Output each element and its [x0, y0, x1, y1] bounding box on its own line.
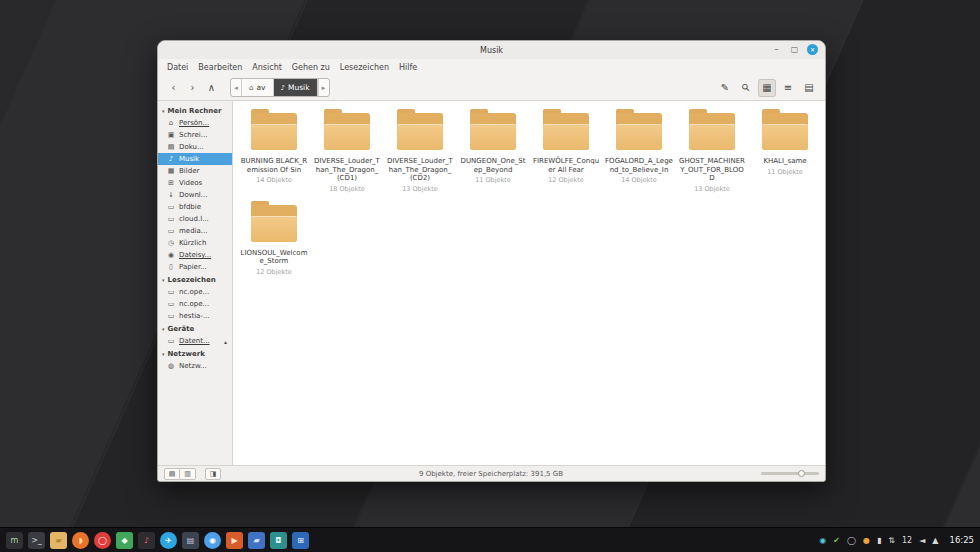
maximize-button[interactable]: ▢ [789, 44, 800, 55]
files-launcher[interactable]: ▰ [50, 532, 67, 549]
breadcrumb-scroll-right-icon[interactable]: ▸ [318, 79, 329, 96]
icon-view-icon[interactable]: ▦ [758, 79, 776, 97]
titlebar[interactable]: Musik – ▢ ✕ [158, 41, 825, 59]
sidebar-item[interactable]: ▭nc.ope... [158, 298, 232, 310]
sidebar-item[interactable]: ▭bfdbie [158, 201, 232, 213]
breadcrumb-segment[interactable]: ⌂av [242, 79, 274, 96]
zoom-knob[interactable] [798, 470, 805, 477]
sidebar-item[interactable]: ▣Schrei... [158, 129, 232, 141]
sidebar-section-header[interactable]: ▾Lesezeichen [158, 273, 232, 286]
folder-item[interactable]: DIVERSE_Louder_Than_The_Dragon_(CD1)18 O… [311, 113, 383, 193]
folder-icon [251, 205, 297, 242]
chromium-launcher[interactable]: ◉ [204, 532, 221, 549]
minimize-button[interactable]: – [771, 44, 782, 55]
sidebar-item[interactable]: ◷Kürzlich [158, 237, 232, 249]
sidebar-item-icon: ▤ [167, 143, 175, 151]
sidebar-section-header[interactable]: ▾Geräte [158, 322, 232, 335]
zoom-slider[interactable] [761, 469, 819, 479]
battery-icon[interactable]: ▮ [877, 536, 881, 545]
folder-view[interactable]: BURNING BLACK_Remission Of Sin14 Objekte… [233, 101, 825, 465]
sidebar-section-header[interactable]: ▾Mein Rechner [158, 104, 232, 117]
sidebar-item[interactable]: ▭media... [158, 225, 232, 237]
breadcrumb-segment[interactable]: ♪Musik [274, 79, 318, 96]
breadcrumb-scroll-left-icon[interactable]: ◂ [231, 79, 242, 96]
folder-count: 11 Objekte [475, 176, 511, 184]
desktop[interactable]: Musik – ▢ ✕ DateiBearbeitenAnsichtGehen … [0, 0, 980, 552]
edit-location-icon[interactable]: ✎ [716, 79, 734, 97]
network-icon[interactable]: ▲ [932, 536, 938, 545]
search-icon[interactable]: ⚲ [737, 79, 755, 97]
menubar-item[interactable]: Datei [162, 63, 193, 72]
sidebar-item-label: media... [179, 227, 207, 235]
close-button[interactable]: ✕ [807, 44, 818, 55]
window-controls: – ▢ ✕ [771, 44, 818, 55]
sidebar-section-header[interactable]: ▾Netzwerk [158, 347, 232, 360]
folder-item[interactable]: FIREWÖLFE_Conquer All Fear12 Objekte [530, 113, 602, 193]
sidebar-item[interactable]: ▭Datent...▴ [158, 335, 232, 347]
folder-front [616, 124, 662, 150]
sidebar-toggle[interactable]: ◨ [205, 468, 221, 480]
sidebar-item[interactable]: ◍Netzw... [158, 360, 232, 372]
net-speed-icon[interactable]: ⇅ [888, 536, 895, 545]
folder-item[interactable]: DIVERSE_Louder_Than_The_Dragon_(CD2)13 O… [384, 113, 456, 193]
media-app-launcher[interactable]: ▶ [226, 532, 243, 549]
forward-button[interactable]: › [184, 79, 201, 97]
office-app-launcher[interactable]: ▰ [248, 532, 265, 549]
workspace-indicator[interactable]: 12 [902, 536, 912, 545]
sidebar-item[interactable]: ▦Bilder [158, 165, 232, 177]
sidebar-item-label: cloud.l... [179, 215, 209, 223]
music-app-launcher[interactable]: ♪ [138, 532, 155, 549]
sidebar-item[interactable]: ↓Downl... [158, 189, 232, 201]
terminal-launcher[interactable]: >_ [28, 532, 45, 549]
list-view-icon[interactable]: ≡ [779, 79, 797, 97]
up-button[interactable]: ∧ [203, 79, 220, 97]
places-toggle[interactable]: ▤ [164, 468, 180, 480]
breadcrumb-label: Musik [288, 83, 310, 92]
teal-app-launcher[interactable]: ◘ [270, 532, 287, 549]
sidebar-item[interactable]: ◉Dateisy... [158, 249, 232, 261]
treeview-toggle[interactable]: ▥ [180, 468, 196, 480]
folder-item[interactable]: BURNING BLACK_Remission Of Sin14 Objekte [238, 113, 310, 193]
app-indicator-icon[interactable]: ◉ [819, 536, 826, 545]
dot-indicator-icon[interactable]: ● [863, 536, 870, 545]
editor-launcher[interactable]: ▤ [182, 532, 199, 549]
volume-icon[interactable]: ◄ [919, 536, 925, 545]
folder-name: FIREWÖLFE_Conquer All Fear [532, 157, 600, 174]
settings-app-launcher[interactable]: ⊞ [292, 532, 309, 549]
menubar-item[interactable]: Ansicht [247, 63, 287, 72]
clock[interactable]: 16:25 [950, 535, 975, 545]
compact-view-icon[interactable]: ▤ [800, 79, 818, 97]
firefox-launcher[interactable]: ◗ [72, 532, 89, 549]
folder-item[interactable]: DUNGEON_One_Step_Beyond11 Objekte [457, 113, 529, 193]
sidebar-item[interactable]: ⌂Persön... [158, 117, 232, 129]
back-button[interactable]: ‹ [165, 79, 182, 97]
menubar-item[interactable]: Hilfe [394, 63, 422, 72]
sidebar-item[interactable]: ▭nc.ope... [158, 286, 232, 298]
eject-icon[interactable]: ▴ [224, 338, 229, 345]
folder-item[interactable]: GHOST_MACHINERY_OUT_FOR_BLOOD13 Objekte [676, 113, 748, 193]
compact-view-icon-glyph: ▤ [804, 82, 813, 93]
sidebar-item[interactable]: ▭hestia-... [158, 310, 232, 322]
sidebar-item[interactable]: ▤Doku... [158, 141, 232, 153]
menubar-item[interactable]: Bearbeiten [193, 63, 247, 72]
sidebar-item[interactable]: ▯Papier... [158, 261, 232, 273]
sidebar-item[interactable]: ▭cloud.l... [158, 213, 232, 225]
menu-launcher[interactable]: m [6, 532, 23, 549]
sidebar-item-icon: ⌂ [167, 119, 175, 127]
folder-item[interactable]: LIONSOUL_Welcome_Storm12 Objekte [238, 205, 310, 276]
folder-item[interactable]: KHALI_same11 Objekte [749, 113, 821, 193]
status-text: 9 Objekte, freier Speicherplatz: 391,5 G… [227, 470, 755, 478]
sidebar-item[interactable]: ♪Musik [158, 153, 232, 165]
menubar-item[interactable]: Lesezeichen [335, 63, 394, 72]
user-indicator-icon[interactable]: ◯ [847, 536, 856, 545]
sidebar-item-icon: ↓ [167, 191, 175, 199]
sidebar-item-label: bfdbie [179, 203, 201, 211]
opera-launcher[interactable]: ◯ [94, 532, 111, 549]
update-shield-icon[interactable]: ✔ [833, 536, 840, 545]
folder-item[interactable]: FOGALORD_A_Legend_to_Believe_In14 Objekt… [603, 113, 675, 193]
green-app-launcher[interactable]: ◆ [116, 532, 133, 549]
menubar: DateiBearbeitenAnsichtGehen zuLesezeiche… [158, 59, 825, 75]
sidebar-item[interactable]: ⊞Videos [158, 177, 232, 189]
menubar-item[interactable]: Gehen zu [287, 63, 335, 72]
telegram-launcher[interactable]: ✈ [160, 532, 177, 549]
